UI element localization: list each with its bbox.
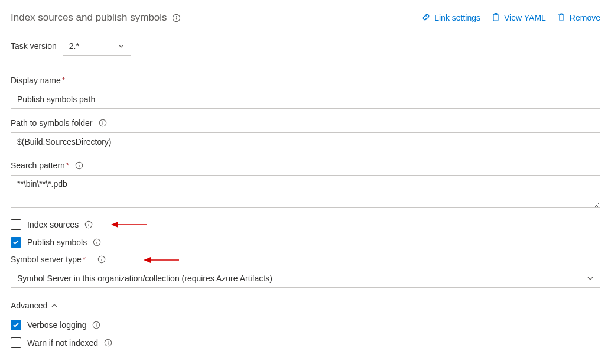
svg-point-7 <box>102 121 103 122</box>
symbol-server-type-select[interactable]: Symbol Server in this organization/colle… <box>11 269 600 288</box>
divider <box>65 306 600 306</box>
arrow-annotation <box>144 255 179 266</box>
chevron-up-icon <box>51 302 58 309</box>
svg-point-2 <box>176 15 177 16</box>
required-marker: * <box>62 76 65 85</box>
path-to-symbols-input[interactable] <box>11 132 600 151</box>
info-icon[interactable] <box>99 119 107 127</box>
info-icon[interactable] <box>92 321 100 329</box>
view-yaml-button[interactable]: View YAML <box>491 12 546 24</box>
svg-point-17 <box>97 240 98 241</box>
svg-point-27 <box>108 341 109 342</box>
svg-point-10 <box>79 164 80 164</box>
chevron-down-icon <box>118 43 125 50</box>
page-title: Index sources and publish symbols <box>11 12 167 24</box>
search-pattern-label: Search pattern* <box>11 161 69 170</box>
info-icon[interactable] <box>84 220 93 229</box>
index-sources-label: Index sources <box>27 220 79 229</box>
task-version-value: 2.* <box>69 41 79 51</box>
path-to-symbols-label: Path to symbols folder <box>11 118 93 128</box>
task-version-label: Task version <box>11 41 57 51</box>
index-sources-checkbox[interactable] <box>11 219 21 230</box>
warn-if-not-indexed-label: Warn if not indexed <box>27 338 98 347</box>
clipboard-icon <box>491 12 500 24</box>
info-icon[interactable] <box>98 255 106 264</box>
verbose-logging-label: Verbose logging <box>27 320 86 330</box>
view-yaml-label: View YAML <box>504 13 546 22</box>
publish-symbols-checkbox[interactable] <box>11 237 21 248</box>
svg-rect-3 <box>493 14 498 21</box>
svg-point-13 <box>89 223 89 223</box>
display-name-input[interactable] <box>11 90 600 109</box>
symbol-server-type-value: Symbol Server in this organization/colle… <box>17 274 272 283</box>
required-marker: * <box>66 161 69 170</box>
symbol-server-type-label: Symbol server type* <box>11 255 86 264</box>
info-icon[interactable] <box>104 339 112 347</box>
advanced-section-toggle[interactable]: Advanced <box>11 301 600 310</box>
arrow-annotation <box>111 220 147 231</box>
link-settings-label: Link settings <box>434 13 480 22</box>
warn-if-not-indexed-checkbox[interactable] <box>11 337 21 348</box>
info-icon[interactable] <box>172 14 181 22</box>
remove-label: Remove <box>570 13 600 22</box>
advanced-title: Advanced <box>11 301 47 310</box>
info-icon[interactable] <box>75 161 83 170</box>
publish-symbols-label: Publish symbols <box>27 238 87 247</box>
svg-point-20 <box>102 258 102 258</box>
display-name-label: Display name* <box>11 76 65 85</box>
info-icon[interactable] <box>93 238 101 246</box>
search-pattern-input[interactable] <box>11 175 600 208</box>
trash-icon <box>557 12 566 24</box>
link-settings-button[interactable]: Link settings <box>421 12 480 24</box>
verbose-logging-checkbox[interactable] <box>11 320 21 330</box>
svg-point-24 <box>96 323 97 324</box>
chevron-down-icon <box>587 275 594 282</box>
task-version-select[interactable]: 2.* <box>63 37 131 56</box>
link-icon <box>421 12 431 24</box>
required-marker: * <box>83 255 86 264</box>
remove-button[interactable]: Remove <box>557 12 600 24</box>
